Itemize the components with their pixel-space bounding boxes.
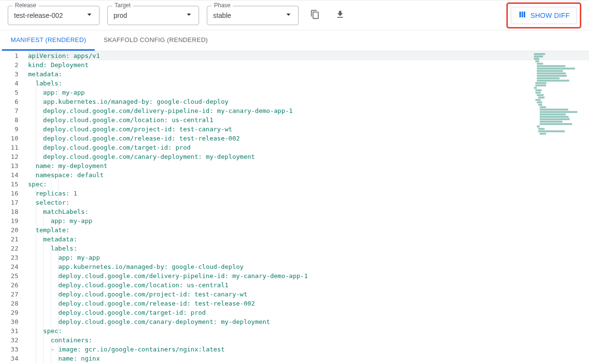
arrow-dropdown-icon: [85, 10, 94, 21]
phase-label: Phase: [212, 2, 233, 9]
line-gutter: 1234567891011121314151617181920212223242…: [0, 51, 23, 364]
phase-select[interactable]: Phase stable: [207, 6, 299, 25]
editor-area: 1234567891011121314151617181920212223242…: [0, 51, 589, 364]
target-select[interactable]: Target prod: [107, 6, 199, 25]
copy-icon: [310, 10, 320, 21]
arrow-dropdown-icon: [284, 10, 293, 21]
copy-button[interactable]: [306, 6, 324, 25]
release-label: Release: [13, 2, 39, 9]
show-diff-button[interactable]: SHOW DIFF: [511, 7, 577, 24]
toolbar: Release test-release-002 Target prod Pha…: [0, 0, 589, 30]
release-value: test-release-002: [14, 12, 63, 19]
view-column-icon: [518, 10, 527, 20]
download-button[interactable]: [331, 6, 349, 25]
target-label: Target: [112, 2, 133, 9]
phase-value: stable: [213, 12, 231, 19]
tabs: MANIFEST (RENDERED) SKAFFOLD CONFIG (REN…: [0, 30, 589, 51]
show-diff-highlight: SHOW DIFF: [506, 2, 581, 28]
target-value: prod: [114, 12, 127, 19]
show-diff-label: SHOW DIFF: [531, 12, 570, 19]
minimap[interactable]: [534, 53, 577, 150]
download-icon: [335, 10, 345, 21]
code-body[interactable]: apiVersion: apps/v1kind: Deploymentmetad…: [23, 51, 589, 364]
arrow-dropdown-icon: [184, 10, 194, 21]
release-select[interactable]: Release test-release-002: [8, 6, 100, 25]
tab-manifest[interactable]: MANIFEST (RENDERED): [2, 30, 95, 51]
tab-skaffold[interactable]: SKAFFOLD CONFIG (RENDERED): [95, 30, 216, 51]
